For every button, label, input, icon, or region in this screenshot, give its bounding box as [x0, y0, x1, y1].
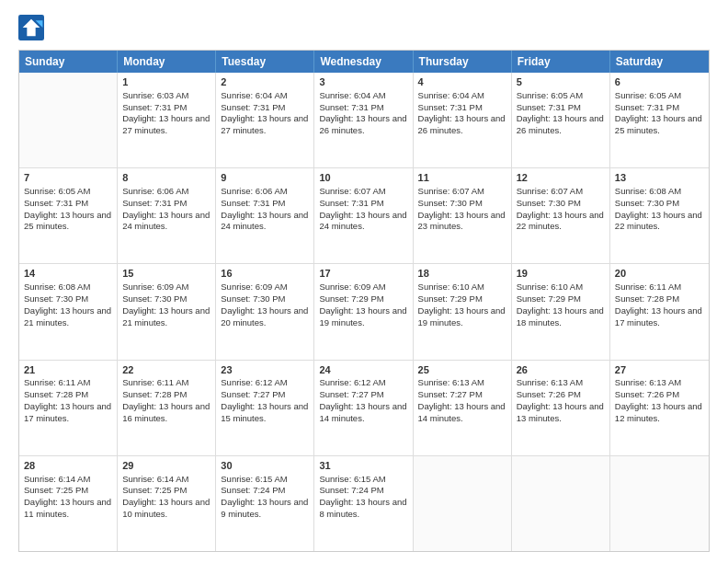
daylight-text: Daylight: 13 hours and 25 minutes.: [615, 113, 704, 137]
day-cell-9: 9Sunrise: 6:06 AMSunset: 7:31 PMDaylight…: [216, 168, 314, 263]
day-cell-8: 8Sunrise: 6:06 AMSunset: 7:31 PMDaylight…: [118, 168, 216, 263]
daylight-text: Daylight: 13 hours and 11 minutes.: [24, 497, 112, 521]
empty-cell-0-0: [19, 73, 118, 167]
sunrise-text: Sunrise: 6:08 AM: [24, 282, 112, 293]
day-cell-4: 4Sunrise: 6:04 AMSunset: 7:31 PMDaylight…: [414, 73, 512, 167]
day-number: 19: [517, 267, 605, 281]
daylight-text: Daylight: 13 hours and 23 minutes.: [418, 210, 506, 234]
empty-cell-4-5: [512, 456, 610, 551]
day-number: 25: [418, 363, 506, 377]
sunset-text: Sunset: 7:31 PM: [517, 102, 605, 114]
sunset-text: Sunset: 7:31 PM: [122, 102, 210, 114]
day-cell-20: 20Sunrise: 6:11 AMSunset: 7:28 PMDayligh…: [610, 264, 709, 359]
daylight-text: Daylight: 13 hours and 9 minutes.: [221, 497, 309, 521]
header: [18, 15, 710, 40]
logo: [18, 15, 48, 40]
day-number: 7: [24, 171, 112, 185]
header-day-tuesday: Tuesday: [216, 51, 314, 73]
daylight-text: Daylight: 13 hours and 27 minutes.: [122, 113, 210, 137]
sunrise-text: Sunrise: 6:15 AM: [221, 474, 309, 486]
sunrise-text: Sunrise: 6:11 AM: [24, 377, 112, 389]
daylight-text: Daylight: 13 hours and 24 minutes.: [122, 210, 210, 234]
sunrise-text: Sunrise: 6:06 AM: [122, 186, 210, 198]
daylight-text: Daylight: 13 hours and 20 minutes.: [221, 305, 309, 329]
day-number: 14: [24, 267, 112, 281]
daylight-text: Daylight: 13 hours and 16 minutes.: [122, 401, 210, 425]
sunset-text: Sunset: 7:30 PM: [615, 198, 704, 210]
daylight-text: Daylight: 13 hours and 24 minutes.: [221, 210, 309, 234]
day-number: 15: [122, 267, 210, 281]
sunset-text: Sunset: 7:31 PM: [221, 102, 309, 114]
daylight-text: Daylight: 13 hours and 17 minutes.: [24, 401, 112, 425]
sunrise-text: Sunrise: 6:10 AM: [418, 282, 506, 293]
sunset-text: Sunset: 7:29 PM: [319, 293, 407, 305]
sunset-text: Sunset: 7:31 PM: [615, 102, 704, 114]
sunset-text: Sunset: 7:31 PM: [122, 198, 210, 210]
day-cell-2: 2Sunrise: 6:04 AMSunset: 7:31 PMDaylight…: [216, 73, 314, 167]
sunset-text: Sunset: 7:27 PM: [221, 389, 309, 401]
sunrise-text: Sunrise: 6:07 AM: [517, 186, 605, 198]
day-cell-31: 31Sunrise: 6:15 AMSunset: 7:24 PMDayligh…: [314, 456, 413, 551]
sunset-text: Sunset: 7:30 PM: [122, 293, 210, 305]
sunset-text: Sunset: 7:30 PM: [221, 293, 309, 305]
sunset-text: Sunset: 7:31 PM: [24, 198, 112, 210]
sunrise-text: Sunrise: 6:09 AM: [319, 282, 407, 293]
day-cell-1: 1Sunrise: 6:03 AMSunset: 7:31 PMDaylight…: [118, 73, 216, 167]
daylight-text: Daylight: 13 hours and 18 minutes.: [517, 305, 605, 329]
sunrise-text: Sunrise: 6:12 AM: [221, 377, 309, 389]
sunrise-text: Sunrise: 6:09 AM: [122, 282, 210, 293]
sunrise-text: Sunrise: 6:11 AM: [615, 282, 704, 293]
calendar-row-0: 1Sunrise: 6:03 AMSunset: 7:31 PMDaylight…: [19, 73, 709, 168]
day-number: 20: [615, 267, 704, 281]
sunset-text: Sunset: 7:29 PM: [517, 293, 605, 305]
day-cell-24: 24Sunrise: 6:12 AMSunset: 7:27 PMDayligh…: [314, 361, 413, 455]
calendar-row-2: 14Sunrise: 6:08 AMSunset: 7:30 PMDayligh…: [19, 264, 709, 360]
sunrise-text: Sunrise: 6:13 AM: [418, 377, 506, 389]
sunset-text: Sunset: 7:27 PM: [319, 389, 407, 401]
day-number: 17: [319, 267, 407, 281]
day-cell-25: 25Sunrise: 6:13 AMSunset: 7:27 PMDayligh…: [414, 361, 512, 455]
sunset-text: Sunset: 7:31 PM: [418, 102, 506, 114]
sunrise-text: Sunrise: 6:12 AM: [319, 377, 407, 389]
daylight-text: Daylight: 13 hours and 26 minutes.: [418, 113, 506, 137]
daylight-text: Daylight: 13 hours and 12 minutes.: [615, 401, 704, 425]
calendar: SundayMondayTuesdayWednesdayThursdayFrid…: [18, 50, 710, 552]
sunset-text: Sunset: 7:30 PM: [24, 293, 112, 305]
daylight-text: Daylight: 13 hours and 19 minutes.: [418, 305, 506, 329]
sunset-text: Sunset: 7:29 PM: [418, 293, 506, 305]
sunrise-text: Sunrise: 6:05 AM: [24, 186, 112, 198]
sunset-text: Sunset: 7:30 PM: [517, 198, 605, 210]
daylight-text: Daylight: 13 hours and 26 minutes.: [517, 113, 605, 137]
day-number: 8: [122, 171, 210, 185]
calendar-row-3: 21Sunrise: 6:11 AMSunset: 7:28 PMDayligh…: [19, 361, 709, 456]
sunrise-text: Sunrise: 6:08 AM: [615, 186, 704, 198]
sunset-text: Sunset: 7:24 PM: [221, 485, 309, 497]
day-cell-5: 5Sunrise: 6:05 AMSunset: 7:31 PMDaylight…: [512, 73, 610, 167]
day-number: 2: [221, 75, 309, 89]
sunset-text: Sunset: 7:31 PM: [319, 198, 407, 210]
daylight-text: Daylight: 13 hours and 17 minutes.: [615, 305, 704, 329]
header-day-monday: Monday: [118, 51, 216, 73]
day-number: 1: [122, 75, 210, 89]
day-cell-30: 30Sunrise: 6:15 AMSunset: 7:24 PMDayligh…: [216, 456, 314, 551]
day-cell-3: 3Sunrise: 6:04 AMSunset: 7:31 PMDaylight…: [314, 73, 413, 167]
day-cell-21: 21Sunrise: 6:11 AMSunset: 7:28 PMDayligh…: [19, 361, 118, 455]
sunrise-text: Sunrise: 6:14 AM: [24, 474, 112, 486]
sunrise-text: Sunrise: 6:05 AM: [615, 90, 704, 102]
sunrise-text: Sunrise: 6:14 AM: [122, 474, 210, 486]
day-cell-19: 19Sunrise: 6:10 AMSunset: 7:29 PMDayligh…: [512, 264, 610, 359]
day-cell-23: 23Sunrise: 6:12 AMSunset: 7:27 PMDayligh…: [216, 361, 314, 455]
sunset-text: Sunset: 7:27 PM: [418, 389, 506, 401]
sunrise-text: Sunrise: 6:07 AM: [418, 186, 506, 198]
day-number: 9: [221, 171, 309, 185]
day-number: 21: [24, 363, 112, 377]
daylight-text: Daylight: 13 hours and 10 minutes.: [122, 497, 210, 521]
daylight-text: Daylight: 13 hours and 26 minutes.: [319, 113, 407, 137]
sunrise-text: Sunrise: 6:05 AM: [517, 90, 605, 102]
day-number: 24: [319, 363, 407, 377]
day-number: 27: [615, 363, 704, 377]
sunrise-text: Sunrise: 6:13 AM: [615, 377, 704, 389]
sunrise-text: Sunrise: 6:04 AM: [319, 90, 407, 102]
sunset-text: Sunset: 7:26 PM: [615, 389, 704, 401]
day-cell-28: 28Sunrise: 6:14 AMSunset: 7:25 PMDayligh…: [19, 456, 118, 551]
